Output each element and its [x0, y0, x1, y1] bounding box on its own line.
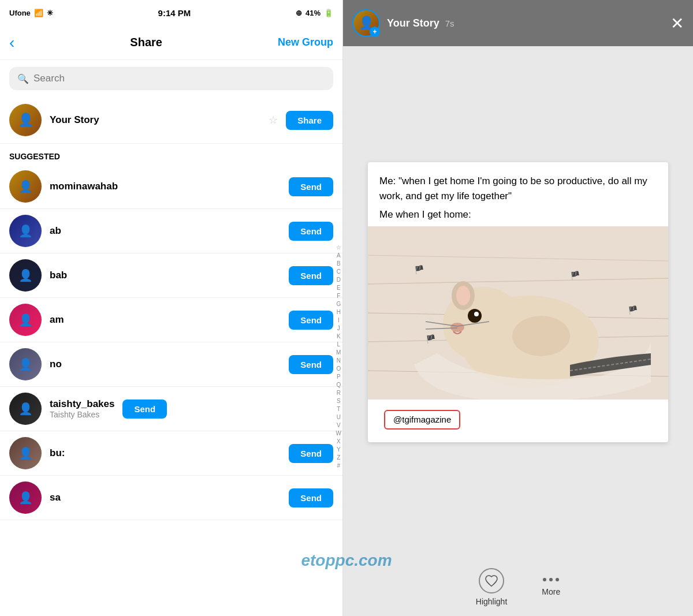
your-story-row: 👤 Your Story ☆ Share	[0, 97, 342, 144]
search-input[interactable]	[33, 73, 325, 84]
contact-name: mominawahab	[50, 181, 281, 192]
contact-name: sa	[50, 492, 281, 503]
send-button[interactable]: Send	[122, 400, 167, 419]
share-header: ‹ Share New Group	[0, 25, 342, 60]
meme-image-svg: 🏴 🏴 🏴 🏴 🏴 🏴	[368, 226, 668, 400]
more-icon	[543, 578, 559, 584]
contact-avatar: 👤	[9, 481, 42, 514]
contact-name: am	[50, 314, 281, 326]
contact-avatar: 👤	[9, 393, 42, 425]
brightness-icon: ✳	[47, 9, 53, 17]
svg-point-18	[450, 323, 464, 332]
search-bar: 🔍	[9, 67, 333, 90]
avatar-plus-icon: +	[370, 27, 380, 37]
more-button[interactable]: More	[542, 578, 560, 596]
contact-avatar: 👤	[9, 304, 42, 336]
svg-point-17	[474, 312, 479, 316]
story-panel-title: Your Story	[387, 17, 439, 29]
meme-image: 🏴 🏴 🏴 🏴 🏴 🏴	[368, 226, 668, 400]
highlight-label: Highlight	[476, 597, 507, 606]
location-icon: ⊕	[296, 9, 302, 17]
meme-subtext: Me when I get home:	[368, 209, 668, 226]
tag-box[interactable]: @tgifmagazine	[384, 410, 460, 430]
svg-text:🏴: 🏴	[628, 305, 638, 315]
contact-row: 👤 am Send	[0, 298, 342, 342]
contact-row: 👤 bu: Send	[0, 431, 342, 476]
story-content: Me: "when I get home I'm going to be so …	[343, 46, 693, 558]
search-icon: 🔍	[17, 73, 29, 84]
contact-row: 👤 bab Send	[0, 253, 342, 298]
send-button[interactable]: Send	[289, 444, 333, 463]
contact-list: 👤 Your Story ☆ Share SUGGESTED 👤 mominaw…	[0, 97, 342, 616]
story-time: 7s	[445, 18, 454, 28]
contact-row: 👤 no Send	[0, 342, 342, 387]
your-story-avatar: 👤	[9, 104, 42, 136]
tag-container: @tgifmagazine	[368, 400, 668, 442]
battery-icon: 🔋	[324, 9, 333, 17]
contact-avatar: 👤	[9, 348, 42, 380]
search-container: 🔍	[0, 60, 342, 97]
contact-name: bab	[50, 270, 281, 281]
svg-point-15	[456, 286, 470, 305]
right-panel: 👤 + Your Story 7s ✕ Me: "when I get home…	[343, 0, 693, 616]
meme-text: Me: "when I get home I'm going to be so …	[368, 162, 668, 209]
contact-row: 👤 mominawahab Send	[0, 165, 342, 209]
share-button[interactable]: Share	[286, 111, 333, 130]
svg-text:🏴: 🏴	[570, 271, 580, 281]
wifi-icon: 📶	[34, 9, 43, 17]
contact-name-block: taishty_bakes Taishty Bakes	[50, 398, 114, 419]
story-close-button[interactable]: ✕	[670, 14, 684, 33]
story-header: 👤 + Your Story 7s ✕	[343, 0, 693, 46]
story-header-info: Your Story 7s	[387, 17, 664, 29]
left-panel: Ufone 📶 ✳ 9:14 PM ⊕ 41% 🔋 ‹ Share New Gr…	[0, 0, 343, 616]
star-icon: ☆	[269, 114, 278, 126]
story-footer: Highlight More	[343, 558, 693, 616]
more-label: More	[542, 587, 560, 596]
status-bar-left: Ufone 📶 ✳	[9, 9, 53, 17]
suggested-label: SUGGESTED	[0, 144, 342, 165]
carrier-text: Ufone	[9, 9, 31, 17]
contact-subtitle: Taishty Bakes	[50, 410, 114, 419]
svg-point-22	[512, 316, 570, 356]
send-button[interactable]: Send	[289, 311, 333, 330]
new-group-button[interactable]: New Group	[278, 36, 333, 48]
contact-name: bu:	[50, 447, 281, 459]
story-user-avatar: 👤 +	[352, 9, 380, 37]
status-bar-time: 9:14 PM	[158, 8, 191, 18]
battery-percent: 41%	[305, 9, 321, 17]
contact-row: 👤 taishty_bakes Taishty Bakes Send	[0, 387, 342, 431]
highlight-icon	[479, 568, 504, 593]
svg-text:🏴: 🏴	[426, 334, 436, 344]
meme-card: Me: "when I get home I'm going to be so …	[368, 162, 668, 442]
contact-name: ab	[50, 225, 281, 237]
contact-row: 👤 sa Send	[0, 476, 342, 520]
contact-row: 👤 ab Send	[0, 209, 342, 253]
contact-list-container: 👤 mominawahab Send 👤 ab Send 👤 bab Send …	[0, 165, 342, 520]
svg-point-16	[468, 309, 482, 323]
send-button[interactable]: Send	[289, 177, 333, 196]
tag-text: @tgifmagazine	[393, 415, 451, 424]
contact-avatar: 👤	[9, 215, 42, 247]
status-bar: Ufone 📶 ✳ 9:14 PM ⊕ 41% 🔋	[0, 0, 342, 25]
contact-name: taishty_bakes	[50, 398, 114, 410]
send-button[interactable]: Send	[289, 488, 333, 507]
send-button[interactable]: Send	[289, 266, 333, 285]
back-button[interactable]: ‹	[9, 33, 14, 52]
contact-avatar: 👤	[9, 259, 42, 292]
contact-avatar: 👤	[9, 437, 42, 469]
contact-avatar: 👤	[9, 170, 42, 203]
your-story-name: Your Story	[50, 114, 260, 126]
header-title: Share	[130, 36, 162, 49]
svg-text:🏴: 🏴	[414, 265, 424, 275]
status-bar-right: ⊕ 41% 🔋	[296, 9, 333, 17]
send-button[interactable]: Send	[289, 355, 333, 374]
send-button[interactable]: Send	[289, 222, 333, 241]
highlight-button[interactable]: Highlight	[476, 568, 507, 606]
contact-name: no	[50, 359, 281, 370]
